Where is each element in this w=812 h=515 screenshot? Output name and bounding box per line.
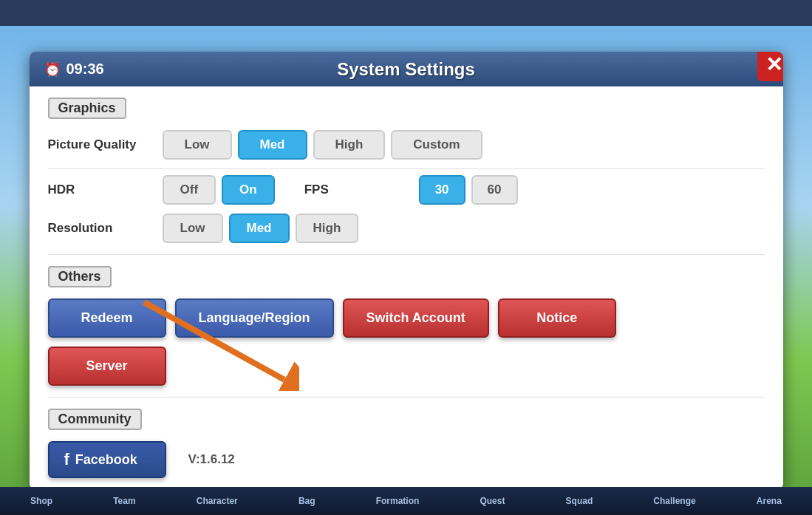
fps-section: FPS 30 60	[304, 175, 518, 205]
resolution-high-button[interactable]: High	[296, 214, 359, 243]
modal-header: ⏰ 09:36 System Settings ✕	[30, 52, 783, 86]
version-text: V:1.6.12	[188, 452, 235, 467]
nav-quest[interactable]: Quest	[480, 496, 505, 506]
community-section-header: Community	[48, 409, 142, 430]
arrow-container: Redeem Language/Region Switch Account No…	[48, 299, 765, 386]
quality-high-button[interactable]: High	[313, 130, 386, 160]
header-left: ⏰ 09:36	[44, 61, 104, 78]
close-button[interactable]: ✕	[757, 52, 783, 81]
community-section: Community f Facebook V:1.6.12	[30, 398, 783, 489]
notice-button[interactable]: Notice	[498, 299, 616, 338]
facebook-icon: f	[64, 450, 69, 469]
facebook-label: Facebook	[75, 452, 137, 468]
second-button-row: Server	[48, 347, 765, 386]
hdr-label: HDR	[48, 183, 151, 197]
nav-bag[interactable]: Bag	[298, 496, 315, 506]
hdr-section: HDR Off On	[48, 175, 275, 205]
resolution-buttons: Low Med High	[163, 214, 359, 243]
others-buttons: Redeem Language/Region Switch Account No…	[48, 299, 765, 338]
switch-account-button[interactable]: Switch Account	[343, 299, 489, 338]
language-region-button[interactable]: Language/Region	[175, 299, 334, 338]
facebook-button[interactable]: f Facebook	[48, 441, 166, 478]
hdr-off-button[interactable]: Off	[163, 175, 216, 205]
fps-60-button[interactable]: 60	[471, 175, 518, 205]
resolution-row: Resolution Low Med High	[48, 214, 765, 243]
server-button[interactable]: Server	[48, 347, 166, 386]
settings-modal: ⏰ 09:36 System Settings ✕ Graphics Pictu…	[30, 52, 783, 489]
nav-team[interactable]: Team	[113, 496, 135, 506]
picture-quality-buttons: Low Med High Custom	[163, 130, 482, 160]
others-section: Others Redeem Language/Region Switch Acc…	[30, 255, 783, 397]
nav-shop[interactable]: Shop	[30, 496, 52, 506]
nav-formation[interactable]: Formation	[376, 496, 420, 506]
bottom-nav: Shop Team Character Bag Formation Quest …	[0, 487, 812, 515]
nav-squad[interactable]: Squad	[566, 496, 593, 506]
modal-title: System Settings	[337, 59, 475, 80]
quality-med-button[interactable]: Med	[238, 130, 307, 160]
resolution-label: Resolution	[48, 221, 151, 236]
nav-arena[interactable]: Arena	[757, 496, 782, 506]
clock-icon: ⏰	[44, 61, 61, 78]
community-row: f Facebook V:1.6.12	[48, 441, 765, 478]
time-display: 09:36	[66, 61, 104, 78]
nav-character[interactable]: Character	[197, 496, 238, 506]
quality-low-button[interactable]: Low	[163, 130, 232, 160]
fps-label: FPS	[304, 183, 408, 197]
hdr-on-button[interactable]: On	[222, 175, 275, 205]
hdr-buttons: Off On	[163, 175, 275, 205]
others-section-header: Others	[48, 266, 112, 287]
graphics-section: Graphics Picture Quality Low Med High Cu…	[30, 86, 783, 254]
fps-buttons: 30 60	[419, 175, 518, 205]
modal-overlay: ⏰ 09:36 System Settings ✕ Graphics Pictu…	[0, 0, 812, 515]
resolution-low-button[interactable]: Low	[163, 214, 223, 243]
nav-challenge[interactable]: Challenge	[653, 496, 695, 506]
picture-quality-row: Picture Quality Low Med High Custom	[48, 130, 765, 160]
resolution-med-button[interactable]: Med	[229, 214, 290, 243]
redeem-button[interactable]: Redeem	[48, 299, 166, 338]
picture-quality-label: Picture Quality	[48, 137, 151, 152]
graphics-section-header: Graphics	[48, 98, 126, 119]
modal-body: Graphics Picture Quality Low Med High Cu…	[30, 86, 783, 489]
quality-custom-button[interactable]: Custom	[391, 130, 482, 160]
fps-30-button[interactable]: 30	[419, 175, 465, 205]
hdr-fps-row: HDR Off On FPS 30 60	[48, 175, 765, 205]
